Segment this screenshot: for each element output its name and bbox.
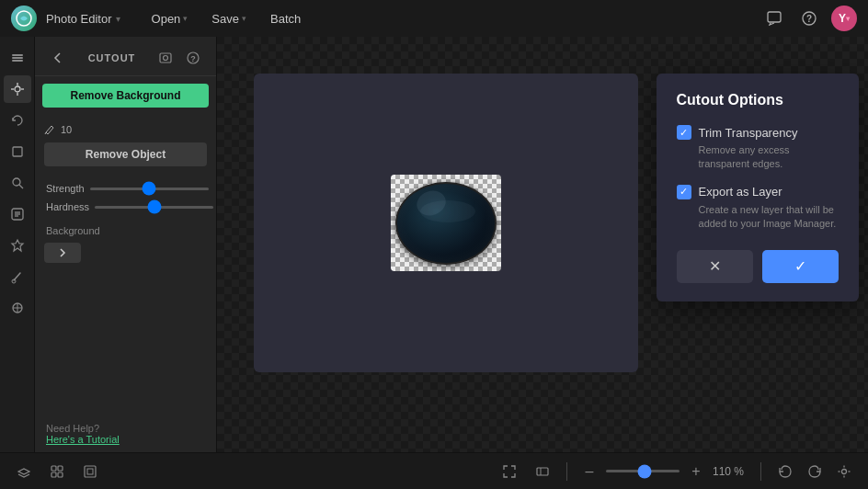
icon-bar-effects[interactable] <box>4 232 31 259</box>
svg-rect-4 <box>12 54 23 56</box>
options-confirm-button[interactable]: ✓ <box>762 250 839 283</box>
tool-label: 10 <box>61 124 72 135</box>
svg-rect-34 <box>85 466 96 477</box>
hardness-slider[interactable] <box>95 206 213 209</box>
options-actions: ✕ ✓ <box>677 250 839 283</box>
bottom-grid-button[interactable] <box>44 459 70 484</box>
export-desc: Create a new layer that will be added to… <box>677 203 839 232</box>
background-label: Background <box>44 222 102 238</box>
icon-bar-brush[interactable] <box>4 263 31 290</box>
svg-text:?: ? <box>806 14 812 24</box>
trim-desc: Remove any excess transparent edges. <box>677 143 839 172</box>
app-logo[interactable] <box>11 6 37 31</box>
cutout-options-dialog: Cutout Options ✓ Trim Transparency Remov… <box>657 74 859 301</box>
trim-checkbox[interactable]: ✓ <box>677 125 691 140</box>
svg-point-38 <box>842 469 847 473</box>
background-button[interactable] <box>44 243 81 263</box>
sidebar-help-icon[interactable]: ? <box>181 46 205 70</box>
remove-bg-button[interactable]: Remove Background <box>42 84 209 108</box>
main-layout: CUTOUT ? Remove Background <box>0 37 868 452</box>
export-layer-option: ✓ Export as Layer Create a new layer tha… <box>677 185 839 232</box>
help-button[interactable]: ? <box>796 6 822 31</box>
zoom-controls: – + 110 % <box>578 461 749 483</box>
svg-point-25 <box>163 56 167 61</box>
sunglasses-highlight <box>397 184 497 265</box>
svg-rect-6 <box>12 60 23 62</box>
svg-point-7 <box>15 86 20 92</box>
svg-line-28 <box>45 132 46 134</box>
strength-row: Strength <box>44 179 207 198</box>
trim-transparency-option: ✓ Trim Transparency Remove any excess tr… <box>677 125 839 172</box>
svg-marker-19 <box>12 240 23 251</box>
sidebar: CUTOUT ? Remove Background <box>35 37 217 452</box>
icon-bar-adjustments[interactable] <box>4 75 31 103</box>
zoom-minus-button[interactable]: – <box>578 461 600 483</box>
bottom-settings-button[interactable] <box>831 459 857 484</box>
sidebar-title: CUTOUT <box>88 52 136 63</box>
svg-rect-32 <box>51 472 56 477</box>
sidebar-back[interactable] <box>46 46 70 70</box>
zoom-slider[interactable] <box>606 470 680 472</box>
icon-bar-shapes[interactable] <box>4 138 31 165</box>
user-avatar[interactable]: Y ▾ <box>831 6 857 31</box>
icon-bar-redo[interactable] <box>4 107 31 134</box>
svg-rect-1 <box>768 12 781 22</box>
hardness-row: Hardness <box>44 198 207 216</box>
zoom-value: 110 % <box>713 465 749 478</box>
export-label: Export as Layer <box>699 185 782 199</box>
topbar-right: ? Y ▾ <box>761 6 857 31</box>
svg-rect-36 <box>537 468 548 475</box>
icon-bar <box>0 37 35 452</box>
pencil-icon <box>44 124 55 135</box>
topbar: Photo Editor ▾ Open ▾ Save ▾ Batch ? <box>0 0 868 37</box>
svg-rect-33 <box>58 472 63 477</box>
svg-rect-24 <box>160 53 171 63</box>
svg-rect-35 <box>87 469 93 474</box>
divider <box>566 462 567 481</box>
bottom-expand-button[interactable] <box>530 459 555 484</box>
export-checkbox[interactable]: ✓ <box>677 185 691 199</box>
strength-slider[interactable] <box>90 188 209 190</box>
svg-line-14 <box>19 185 23 188</box>
sidebar-remove-bg-section: Remove Background <box>35 76 216 120</box>
svg-rect-5 <box>12 57 23 59</box>
preview-image-overlay <box>391 175 501 271</box>
sidebar-preview-icon[interactable] <box>154 46 177 70</box>
options-cancel-button[interactable]: ✕ <box>677 250 753 283</box>
bottom-fit-button[interactable] <box>497 459 522 484</box>
footer-need-help: Need Help? <box>46 423 205 434</box>
bottom-redo-button[interactable] <box>802 459 828 484</box>
canvas-area: Cutout Options ✓ Trim Transparency Remov… <box>217 37 868 452</box>
sidebar-tool-section: 10 Remove Object <box>35 120 216 176</box>
icon-bar-cutout[interactable] <box>4 294 31 322</box>
topbar-nav: Open ▾ Save ▾ Batch <box>141 8 758 29</box>
footer-tutorial-link[interactable]: Here's a Tutorial <box>46 434 205 445</box>
cutout-panel <box>254 74 638 372</box>
nav-batch[interactable]: Batch <box>259 8 312 29</box>
sidebar-background-section: Background <box>35 216 216 274</box>
icon-bar-search[interactable] <box>4 169 31 197</box>
bottom-undo-history-button[interactable] <box>772 459 798 484</box>
hardness-label: Hardness <box>46 201 89 212</box>
svg-point-29 <box>420 200 475 222</box>
trim-label: Trim Transparency <box>699 126 798 140</box>
icon-bar-layers[interactable] <box>4 44 31 72</box>
svg-rect-12 <box>13 147 22 156</box>
cutout-preview <box>391 175 501 271</box>
nav-save[interactable]: Save ▾ <box>200 8 257 29</box>
bottom-right-icons <box>772 459 857 484</box>
sidebar-header-icons: ? <box>154 46 205 70</box>
export-checkbox-row: ✓ Export as Layer <box>677 185 839 199</box>
nav-open[interactable]: Open ▾ <box>141 8 200 29</box>
chat-button[interactable] <box>761 6 787 31</box>
divider-2 <box>760 462 761 481</box>
zoom-plus-button[interactable]: + <box>685 461 707 483</box>
sunglasses-preview <box>395 182 497 265</box>
bottom-layers-button[interactable] <box>11 459 37 484</box>
icon-bar-text[interactable] <box>4 200 31 228</box>
arrow-right-icon <box>56 246 69 259</box>
bottom-frame-button[interactable] <box>77 459 103 484</box>
app-title: Photo Editor ▾ <box>46 12 120 26</box>
svg-rect-30 <box>51 466 56 471</box>
remove-object-button[interactable]: Remove Object <box>44 142 207 166</box>
